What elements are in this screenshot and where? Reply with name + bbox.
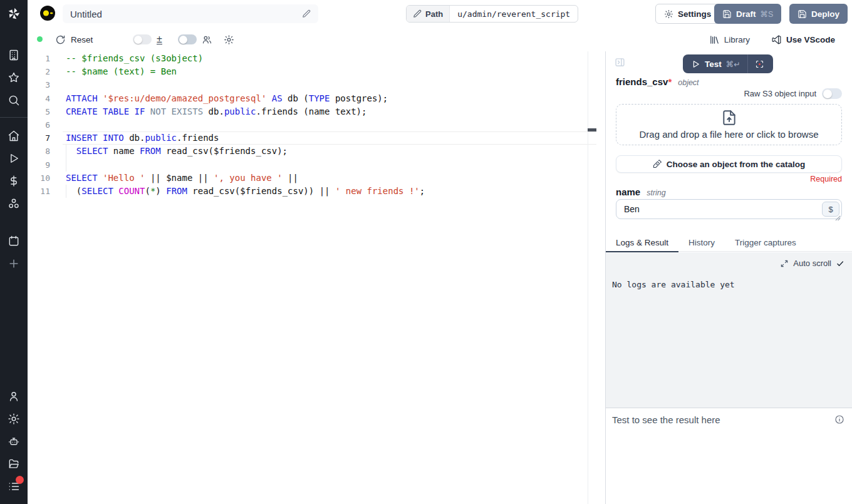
workspace-icon[interactable] <box>8 49 20 61</box>
info-icon[interactable] <box>834 414 844 424</box>
diff-toggle[interactable] <box>133 34 152 44</box>
favorites-star-icon[interactable] <box>8 71 20 84</box>
code-line[interactable]: -- $friends_csv (s3object) <box>63 52 596 65</box>
test-button-group: Test ⌘↵ <box>683 54 773 73</box>
settings-gear-icon[interactable] <box>8 413 20 425</box>
code-line[interactable] <box>63 118 596 131</box>
resources-icon[interactable] <box>8 197 20 210</box>
code-line[interactable]: SELECT 'Hello ' || $name || ', you have … <box>63 172 596 185</box>
audit-logs-list-icon[interactable] <box>8 480 20 493</box>
ai-robot-icon[interactable] <box>8 435 20 448</box>
reset-button[interactable]: Reset <box>55 28 93 51</box>
capture-test-button[interactable] <box>748 59 772 69</box>
settings-gear-icon <box>664 9 673 19</box>
line-number: 3 <box>28 78 63 91</box>
line-number: 4 <box>28 92 63 105</box>
right-panel: Test ⌘↵ friends_csv* object Raw S3 objec… <box>605 51 852 504</box>
editor-settings-group <box>224 28 234 51</box>
name-input[interactable] <box>616 200 841 219</box>
arg-name: friends_csv <box>616 76 668 87</box>
diff-toggle-group: ± <box>133 28 162 51</box>
schedules-calendar-icon[interactable] <box>8 235 20 247</box>
logs-pane: Auto scroll No logs are available yet <box>606 252 852 408</box>
settings-label: Settings <box>678 9 711 19</box>
code-area[interactable]: -- $friends_csv (s3object)-- $name (text… <box>63 52 596 198</box>
arg-type: object <box>678 78 699 87</box>
tab-history[interactable]: History <box>678 234 725 252</box>
catalog-button-label: Choose an object from the catalog <box>667 160 805 169</box>
code-line[interactable]: -- $name (text) = Ben <box>63 65 596 78</box>
runs-play-icon[interactable] <box>8 152 20 165</box>
toolbar-right: Library Use VScode <box>709 28 835 51</box>
collapse-panel-icon[interactable] <box>615 57 625 68</box>
reset-label: Reset <box>71 35 93 44</box>
save-icon <box>797 9 807 19</box>
deploy-button[interactable]: Deploy <box>789 4 848 24</box>
settings-button[interactable]: Settings <box>655 4 720 24</box>
library-label: Library <box>724 35 750 44</box>
user-icon[interactable] <box>8 390 20 403</box>
gutter: 1234567891011 <box>28 52 63 198</box>
tab-logs-result[interactable]: Logs & Result <box>606 234 678 252</box>
folder-icon[interactable] <box>8 458 20 470</box>
library-button[interactable]: Library <box>709 34 750 45</box>
required-hint: Required <box>810 175 842 183</box>
code-line[interactable]: SELECT name FROM read_csv($friends_csv); <box>63 145 596 158</box>
line-number: 2 <box>28 65 63 78</box>
multiplayer-toggle[interactable] <box>178 34 197 44</box>
name-input-wrapper: $ <box>616 199 842 219</box>
file-dropzone[interactable]: Drag and drop a file here or click to br… <box>616 104 842 145</box>
edit-title-pencil-icon[interactable] <box>302 9 311 18</box>
resize-handle[interactable] <box>835 212 841 218</box>
draft-button[interactable]: Draft ⌘S <box>714 4 781 24</box>
tab-trigger-captures[interactable]: Trigger captures <box>725 234 806 252</box>
script-title-box[interactable]: Untitled <box>63 4 318 23</box>
script-title: Untitled <box>70 9 302 19</box>
code-line[interactable]: (SELECT COUNT(*) FROM read_csv($friends_… <box>63 185 596 198</box>
path-group[interactable]: Path u/admin/reverent_script <box>406 5 578 23</box>
expand-icon[interactable] <box>780 259 789 268</box>
line-number: 7 <box>28 131 63 145</box>
editor-toolbar: Reset ± <box>28 28 852 51</box>
duckdb-language-icon <box>40 6 55 21</box>
raw-s3-toggle[interactable] <box>822 88 842 99</box>
line-number: 6 <box>28 118 63 131</box>
reset-icon <box>55 34 66 45</box>
result-pane: Test to see the result here <box>606 408 852 504</box>
code-line[interactable]: ATTACH '$res:u/demo/amazed_postgresql' A… <box>63 92 596 105</box>
dropzone-text: Drag and drop a file here or click to br… <box>640 129 819 140</box>
line-number: 9 <box>28 158 63 172</box>
add-plus-icon[interactable] <box>8 257 20 270</box>
editor-scrollbar[interactable] <box>588 51 596 504</box>
path-edit-button[interactable]: Path <box>407 6 450 22</box>
code-line[interactable]: CREATE TABLE IF NOT EXISTS db.public.fri… <box>63 105 596 118</box>
check-icon <box>836 259 844 268</box>
logs-empty-message: No logs are available yet <box>612 280 735 289</box>
code-line[interactable] <box>63 78 596 91</box>
arg-type: string <box>647 188 666 197</box>
sidebar-divider <box>0 117 28 118</box>
topbar: Untitled Path u/admin/reverent_script <box>28 0 852 28</box>
home-icon[interactable] <box>8 130 20 142</box>
gear-icon[interactable] <box>224 34 234 45</box>
path-label: Path <box>425 9 443 19</box>
code-line[interactable]: INSERT INTO db.public.friends <box>63 131 596 145</box>
use-vscode-button[interactable]: Use VScode <box>771 34 835 45</box>
code-line[interactable] <box>63 158 596 172</box>
choose-object-catalog-button[interactable]: Choose an object from the catalog <box>616 155 842 173</box>
test-label: Test <box>705 59 722 69</box>
test-button[interactable]: Test ⌘↵ <box>684 59 747 69</box>
diff-symbol: ± <box>157 35 162 44</box>
code-editor[interactable]: 1234567891011 -- $friends_csv (s3object)… <box>28 51 596 504</box>
deploy-label: Deploy <box>811 9 839 19</box>
windmill-logo-icon[interactable] <box>7 7 21 21</box>
line-number: 10 <box>28 172 63 185</box>
autoscroll-control[interactable]: Auto scroll <box>780 259 844 268</box>
notification-badge <box>16 476 24 484</box>
search-icon[interactable] <box>8 94 20 106</box>
multiplayer-toggle-group <box>178 28 212 51</box>
line-number: 8 <box>28 145 63 158</box>
result-placeholder: Test to see the result here <box>612 414 720 425</box>
test-shortcut: ⌘↵ <box>726 59 740 69</box>
variables-dollar-icon[interactable] <box>8 175 20 187</box>
